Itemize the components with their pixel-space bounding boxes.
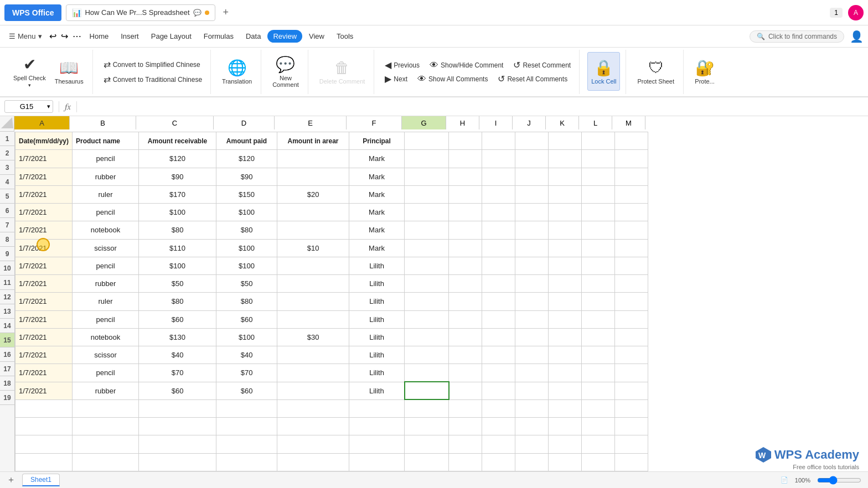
row-header-4[interactable]: 4 — [0, 175, 14, 189]
menu-item-undo[interactable]: ↩ — [48, 29, 58, 44]
cell-M17[interactable] — [615, 418, 648, 435]
cell-J1[interactable] — [515, 132, 549, 150]
cell-C15[interactable]: $60 — [139, 382, 216, 399]
cell-E15[interactable] — [277, 382, 349, 399]
cell-I14[interactable] — [482, 364, 515, 382]
cell-L12[interactable] — [582, 328, 615, 346]
row-header-10[interactable]: 10 — [0, 261, 14, 276]
cell-A17[interactable] — [16, 418, 73, 435]
cell-G9[interactable] — [405, 275, 449, 293]
cell-F11[interactable]: Lilith — [349, 310, 405, 328]
cell-F1[interactable]: Principal — [349, 132, 405, 150]
cell-G4[interactable] — [405, 185, 449, 203]
row-header-5[interactable]: 5 — [0, 189, 14, 204]
thesaurus-button[interactable]: 📖 Thesaurus — [51, 52, 87, 91]
protect-sheet-button[interactable]: 🛡 Protect Sheet — [634, 52, 678, 91]
cell-G6[interactable] — [405, 221, 449, 239]
row-header-14[interactable]: 14 — [0, 319, 14, 333]
cell-G15[interactable] — [405, 382, 449, 399]
cell-E2[interactable] — [277, 150, 349, 168]
cell-H11[interactable] — [449, 310, 482, 328]
cell-D3[interactable]: $90 — [216, 168, 277, 185]
sheet-tab-1[interactable]: Sheet1 — [22, 474, 60, 486]
cell-L13[interactable] — [582, 346, 615, 364]
cell-C6[interactable]: $80 — [139, 221, 216, 239]
cell-L4[interactable] — [582, 185, 615, 203]
cell-K4[interactable] — [549, 185, 582, 203]
cell-D17[interactable] — [216, 418, 277, 435]
cell-J13[interactable] — [515, 346, 549, 364]
cell-I16[interactable] — [482, 399, 515, 417]
cell-F9[interactable]: Lilith — [349, 275, 405, 293]
cell-I13[interactable] — [482, 346, 515, 364]
cell-E7[interactable]: $10 — [277, 239, 349, 257]
cell-J8[interactable] — [515, 257, 549, 274]
cell-L14[interactable] — [582, 364, 615, 382]
cell-B19[interactable] — [73, 453, 139, 471]
cell-L1[interactable] — [582, 132, 615, 150]
cell-M10[interactable] — [615, 293, 648, 310]
cell-I11[interactable] — [482, 310, 515, 328]
cell-A3[interactable]: 1/7/2021 — [16, 168, 73, 185]
menu-item-more[interactable]: ⋯ — [71, 29, 83, 44]
cell-G3[interactable] — [405, 168, 449, 185]
cell-J4[interactable] — [515, 185, 549, 203]
cell-F12[interactable]: Lilith — [349, 328, 405, 346]
row-header-3[interactable]: 3 — [0, 160, 14, 175]
cell-F2[interactable]: Mark — [349, 150, 405, 168]
cell-D18[interactable] — [216, 435, 277, 453]
row-header-7[interactable]: 7 — [0, 218, 14, 232]
cell-L11[interactable] — [582, 310, 615, 328]
cell-B5[interactable]: pencil — [73, 204, 139, 221]
cell-D15[interactable]: $60 — [216, 382, 277, 399]
cell-C5[interactable]: $100 — [139, 204, 216, 221]
cell-F6[interactable]: Mark — [349, 221, 405, 239]
cell-D1[interactable]: Amount paid — [216, 132, 277, 150]
menu-data[interactable]: Data — [240, 30, 266, 43]
new-tab-button[interactable]: + — [220, 7, 232, 18]
next-comment-button[interactable]: ▶ Next — [382, 72, 410, 85]
spell-check-button[interactable]: ✔ Spell Check ▾ — [10, 52, 49, 91]
cell-J18[interactable] — [515, 435, 549, 453]
col-header-H[interactable]: H — [446, 116, 479, 129]
zoom-slider[interactable] — [817, 476, 861, 485]
row-header-16[interactable]: 16 — [0, 347, 14, 362]
cell-D8[interactable]: $100 — [216, 257, 277, 274]
col-header-L[interactable]: L — [579, 116, 612, 129]
cell-M3[interactable] — [615, 168, 648, 185]
col-header-A[interactable]: A — [14, 116, 70, 129]
cell-G18[interactable] — [405, 435, 449, 453]
menu-tools[interactable]: Tools — [331, 30, 359, 43]
cell-H14[interactable] — [449, 364, 482, 382]
cell-M19[interactable] — [615, 453, 648, 471]
translation-button[interactable]: 🌐 Translation — [219, 52, 255, 91]
cell-M4[interactable] — [615, 185, 648, 203]
cell-K14[interactable] — [549, 364, 582, 382]
cell-H2[interactable] — [449, 150, 482, 168]
col-header-J[interactable]: J — [513, 116, 546, 129]
cell-G16[interactable] — [405, 399, 449, 417]
cell-A8[interactable]: 1/7/2021 — [16, 257, 73, 274]
cell-A19[interactable] — [16, 453, 73, 471]
cell-M6[interactable] — [615, 221, 648, 239]
cell-E17[interactable] — [277, 418, 349, 435]
menu-formulas[interactable]: Formulas — [198, 30, 239, 43]
cell-D19[interactable] — [216, 453, 277, 471]
cell-F17[interactable] — [349, 418, 405, 435]
cell-C11[interactable]: $60 — [139, 310, 216, 328]
cell-H15[interactable] — [449, 382, 482, 399]
cell-E12[interactable]: $30 — [277, 328, 349, 346]
col-header-D[interactable]: D — [214, 116, 275, 129]
cell-B17[interactable] — [73, 418, 139, 435]
cell-C13[interactable]: $40 — [139, 346, 216, 364]
cell-L17[interactable] — [582, 418, 615, 435]
cell-H17[interactable] — [449, 418, 482, 435]
menu-toggle-button[interactable]: ☰ Menu ▾ — [4, 30, 46, 43]
cell-L6[interactable] — [582, 221, 615, 239]
cell-H18[interactable] — [449, 435, 482, 453]
cell-C14[interactable]: $70 — [139, 364, 216, 382]
cell-C12[interactable]: $130 — [139, 328, 216, 346]
cell-E1[interactable]: Amount in arear — [277, 132, 349, 150]
cell-A14[interactable]: 1/7/2021 — [16, 364, 73, 382]
cell-K9[interactable] — [549, 275, 582, 293]
